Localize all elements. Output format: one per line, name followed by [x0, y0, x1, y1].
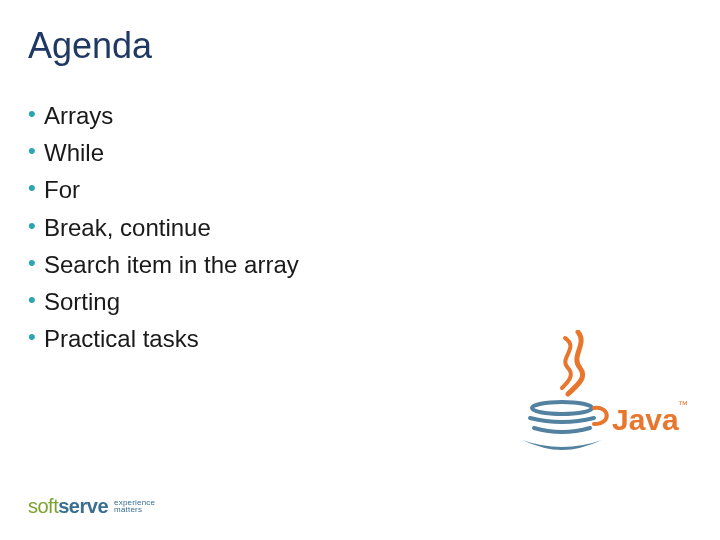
list-item: For: [28, 171, 720, 208]
tm-text: ™: [678, 399, 688, 410]
java-logo-icon: Java ™: [510, 330, 690, 460]
logo-part-soft: soft: [28, 495, 58, 518]
list-item: Break, continue: [28, 209, 720, 246]
tagline-line: matters: [114, 507, 155, 514]
logo-tagline: experience matters: [114, 500, 155, 514]
list-item: Sorting: [28, 283, 720, 320]
softserve-logo: softserve experience matters: [28, 495, 155, 518]
java-text: Java: [612, 403, 679, 436]
list-item: Search item in the array: [28, 246, 720, 283]
agenda-list: Arrays While For Break, continue Search …: [0, 67, 720, 357]
list-item: Arrays: [28, 97, 720, 134]
list-item: While: [28, 134, 720, 171]
slide-title: Agenda: [0, 0, 720, 67]
svg-point-0: [532, 402, 592, 414]
logo-part-serve: serve: [58, 495, 108, 518]
